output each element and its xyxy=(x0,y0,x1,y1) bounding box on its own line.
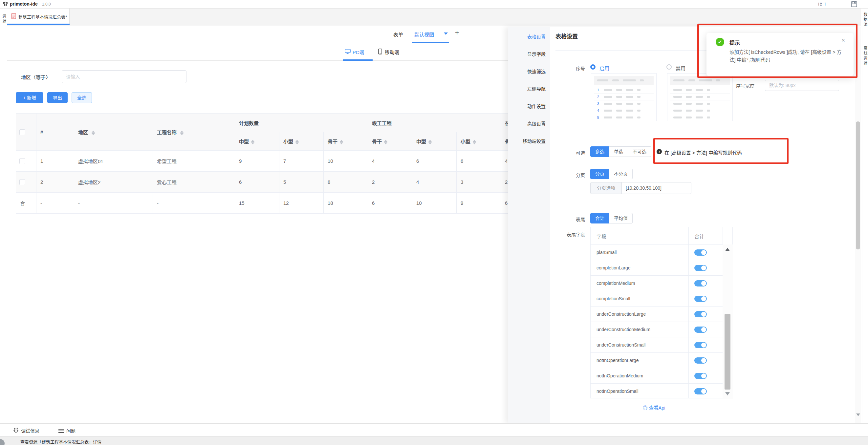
preview-header xyxy=(670,76,730,85)
column-group-under-construction: 在 xyxy=(501,114,508,132)
nav-item-table-settings[interactable]: 表格设置 xyxy=(527,33,546,40)
sort-icon[interactable] xyxy=(92,131,95,135)
preview-header xyxy=(594,76,654,85)
option-not-paged[interactable]: 不分页 xyxy=(609,169,632,179)
column-header-region[interactable]: 地区 xyxy=(74,114,153,151)
column-header-medium[interactable]: 中型 xyxy=(235,132,279,151)
scroll-down-icon[interactable] xyxy=(856,413,860,416)
nav-item-display-fields[interactable]: 显示字段 xyxy=(527,51,546,57)
plus-icon: + xyxy=(23,95,26,100)
row-checkbox[interactable] xyxy=(19,158,25,164)
right-rail-tab-offline[interactable]: 离线资源 xyxy=(862,46,868,66)
filter-label: 地区〈等于〉 xyxy=(21,73,51,81)
scroll-down-icon[interactable] xyxy=(725,392,730,395)
document-tab-close-icon[interactable]: × xyxy=(62,13,65,19)
column-header-medium[interactable]: 中型 xyxy=(412,132,457,151)
nav-item-action-settings[interactable]: 动作设置 xyxy=(527,103,546,109)
sort-icon[interactable] xyxy=(473,140,476,145)
option-sum[interactable]: 合计 xyxy=(590,213,609,223)
select-all-checkbox[interactable] xyxy=(19,129,25,135)
option-no-select[interactable]: 不可选 xyxy=(628,146,651,157)
option-average[interactable]: 平均值 xyxy=(609,213,632,223)
radio-enable-label[interactable]: 启用 xyxy=(599,65,609,71)
toggle-on[interactable] xyxy=(694,326,707,333)
debug-info-button[interactable]: 调试信息 xyxy=(21,427,39,434)
seq-width-label: 序号宽度 xyxy=(736,83,754,89)
table-summary-row: 合 - - - 15 12 18 6 10 9 6 xyxy=(16,193,508,214)
add-view-button[interactable]: + xyxy=(455,29,459,37)
status-bar: 查看资源「建筑工程基本情况汇总表」详情 xyxy=(0,437,868,445)
seq-enabled-preview: 1 2 3 4 5 xyxy=(591,73,657,121)
chevron-down-icon[interactable] xyxy=(444,32,448,35)
nav-item-quick-filter[interactable]: 快速筛选 xyxy=(527,68,546,74)
tab-form[interactable]: 表单 xyxy=(393,31,403,38)
sort-icon[interactable] xyxy=(180,131,184,135)
option-multi-select[interactable]: 多选 xyxy=(590,146,609,157)
select-all-button[interactable]: 全选 xyxy=(71,92,92,103)
scrollbar-thumb[interactable] xyxy=(856,121,860,249)
column-header-backbone[interactable]: 骨干 xyxy=(368,132,412,151)
column-header-project[interactable]: 工程名称 xyxy=(153,114,235,151)
field-row: planSmall xyxy=(591,245,722,260)
option-paged[interactable]: 分页 xyxy=(590,169,609,179)
info-icon: i xyxy=(657,149,662,154)
seq-disabled-preview xyxy=(667,73,733,121)
field-row: notInOperationMedium xyxy=(591,368,722,383)
titlebar-glyph-icons[interactable]: îž î xyxy=(818,2,826,6)
toggle-on[interactable] xyxy=(694,265,707,271)
column-header-backbone[interactable]: 骨 xyxy=(501,132,508,151)
column-header-small[interactable]: 小型 xyxy=(279,132,324,151)
panel-scrollbar[interactable] xyxy=(855,27,861,423)
column-header-small[interactable]: 小型 xyxy=(457,132,501,151)
sort-icon[interactable] xyxy=(340,140,343,145)
toggle-on[interactable] xyxy=(694,373,707,379)
tab-default-view[interactable]: 默认视图 xyxy=(414,31,434,38)
tab-mobile[interactable]: 移动端 xyxy=(385,49,399,56)
view-api-link[interactable]: ◎ 查看Api xyxy=(643,404,665,411)
toast-close-icon[interactable]: × xyxy=(841,37,845,44)
fields-scrollbar[interactable] xyxy=(722,245,733,399)
document-tab[interactable]: 建筑工程基本情况汇总表* × xyxy=(7,8,70,24)
toggle-on[interactable] xyxy=(694,388,707,394)
field-row: completionMedium xyxy=(591,275,722,291)
toggle-on[interactable] xyxy=(694,342,707,348)
toggle-on[interactable] xyxy=(694,311,707,317)
active-tab-indicator xyxy=(7,24,70,25)
toggle-on[interactable] xyxy=(694,357,707,363)
field-row: underConstructionSmall xyxy=(591,337,722,352)
scroll-up-icon[interactable] xyxy=(725,248,730,251)
scrollbar-thumb[interactable] xyxy=(724,314,731,389)
sort-icon[interactable] xyxy=(251,140,254,145)
toggle-on[interactable] xyxy=(694,296,707,302)
row-checkbox[interactable] xyxy=(19,179,25,185)
selectable-label: 可选 xyxy=(555,149,585,156)
save-icon[interactable] xyxy=(851,1,857,7)
add-button[interactable]: + 新增 xyxy=(16,92,43,103)
toggle-on[interactable] xyxy=(694,280,707,286)
problems-button[interactable]: 问题 xyxy=(66,427,75,434)
column-header-index: # xyxy=(40,129,43,135)
pagination-segmented: 分页 不分页 xyxy=(590,169,632,179)
left-rail-tab-resources[interactable]: 资源 xyxy=(1,14,7,24)
seq-width-input[interactable] xyxy=(765,80,839,91)
radio-disable-label[interactable]: 禁用 xyxy=(676,65,685,71)
right-rail-tab-datasource[interactable]: 数据源 xyxy=(862,12,868,27)
tfoot-fields-label: 表尾字段 xyxy=(555,231,585,237)
radio-disable[interactable] xyxy=(666,64,672,70)
toggle-on[interactable] xyxy=(694,249,707,256)
export-button[interactable]: 导出 xyxy=(47,92,68,103)
document-icon xyxy=(11,13,16,19)
radio-enable[interactable] xyxy=(590,64,595,70)
filter-input[interactable] xyxy=(62,70,186,83)
column-header-backbone[interactable]: 骨干 xyxy=(324,132,368,151)
sort-icon[interactable] xyxy=(428,140,432,145)
sort-icon[interactable] xyxy=(296,140,299,145)
nav-item-mobile-settings[interactable]: 移动端设置 xyxy=(523,137,546,144)
pagination-options-input[interactable] xyxy=(622,182,691,194)
monitor-icon xyxy=(345,49,351,54)
sort-icon[interactable] xyxy=(384,140,388,145)
nav-item-advanced[interactable]: 高级设置 xyxy=(527,120,546,127)
nav-item-left-nav[interactable]: 左侧导航 xyxy=(527,85,546,92)
option-single-select[interactable]: 单选 xyxy=(609,146,628,157)
tab-pc[interactable]: PC端 xyxy=(352,49,364,56)
